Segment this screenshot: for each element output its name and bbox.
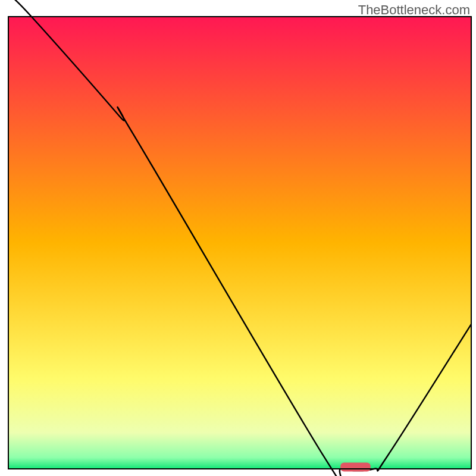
bottleneck-chart [0,0,476,476]
optimal-marker [340,462,371,471]
plot-area [8,0,471,476]
gradient-background [8,17,471,469]
chart-container: TheBottleneck.com [0,0,476,476]
